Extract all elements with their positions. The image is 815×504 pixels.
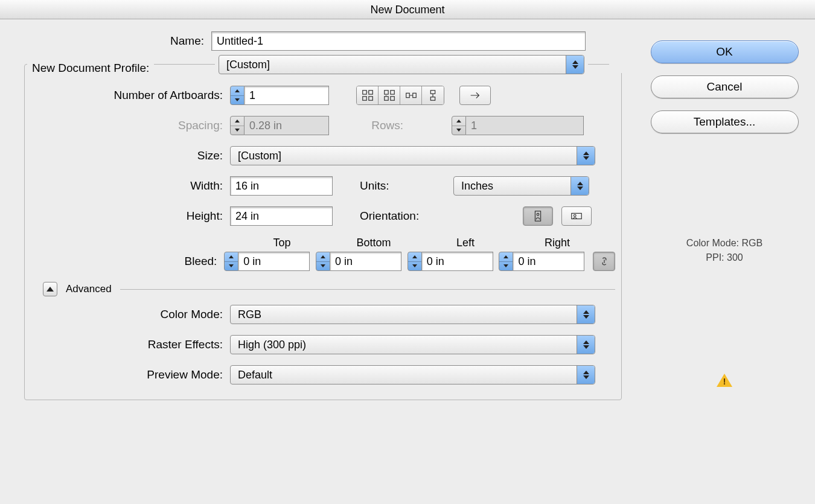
orientation-portrait-button[interactable] — [523, 206, 553, 226]
layout-direction-button[interactable] — [459, 86, 491, 105]
dropdown-arrows-icon — [577, 336, 595, 354]
profile-label: New Document Profile: — [27, 62, 154, 75]
svg-rect-6 — [384, 97, 388, 100]
units-dropdown[interactable]: Inches — [453, 176, 589, 196]
arrange-col-icon[interactable] — [422, 86, 444, 104]
name-label: Name: — [6, 34, 211, 48]
bleed-top-label: Top — [236, 237, 328, 249]
width-label: Width: — [25, 179, 230, 193]
bleed-top-stepper[interactable] — [224, 252, 310, 271]
spacing-input — [245, 116, 329, 135]
arrange-row-icon[interactable] — [400, 86, 422, 104]
height-input[interactable] — [230, 206, 333, 226]
bleed-left-stepper[interactable] — [408, 252, 493, 271]
raster-dropdown[interactable]: High (300 ppi) — [230, 335, 595, 354]
ok-button[interactable]: OK — [651, 40, 799, 63]
svg-rect-8 — [406, 93, 409, 97]
width-input[interactable] — [230, 176, 333, 196]
svg-point-15 — [574, 214, 576, 217]
bleed-left-label: Left — [420, 237, 511, 249]
preview-dropdown[interactable]: Default — [230, 365, 595, 384]
colormode-label: Color Mode: — [25, 308, 230, 321]
advanced-disclosure-button[interactable] — [43, 282, 57, 296]
svg-rect-9 — [412, 93, 416, 97]
bleed-label: Bleed: — [25, 255, 224, 268]
units-label: Units: — [333, 179, 411, 193]
artboards-input[interactable] — [245, 86, 329, 105]
size-value: [Custom] — [238, 150, 281, 162]
warning-icon: ! — [717, 374, 732, 387]
svg-rect-4 — [384, 91, 388, 94]
svg-rect-5 — [390, 91, 394, 94]
meta-ppi: PPI: 300 — [640, 250, 809, 265]
orientation-label: Orientation: — [333, 209, 453, 223]
preview-value: Default — [238, 369, 272, 381]
dropdown-arrows-icon — [570, 177, 589, 195]
raster-value: High (300 ppi) — [238, 339, 306, 351]
bleed-right-input[interactable] — [513, 252, 584, 271]
dropdown-arrows-icon — [577, 147, 595, 165]
dropdown-arrows-icon — [577, 305, 595, 324]
dialog-title: New Document — [0, 0, 815, 19]
svg-rect-11 — [430, 97, 435, 101]
svg-rect-0 — [362, 91, 366, 94]
height-label: Height: — [25, 209, 230, 223]
bleed-link-button[interactable] — [593, 252, 615, 271]
spacing-stepper — [230, 116, 329, 135]
divider — [120, 289, 615, 290]
spacing-label: Spacing: — [25, 119, 230, 132]
bleed-bottom-label: Bottom — [328, 237, 420, 249]
size-label: Size: — [25, 149, 230, 162]
link-icon — [598, 255, 611, 268]
svg-point-13 — [537, 213, 539, 215]
advanced-label: Advanced — [66, 283, 112, 295]
rows-input — [466, 116, 584, 135]
name-input[interactable] — [211, 31, 586, 51]
svg-rect-10 — [430, 91, 435, 94]
landscape-icon — [570, 209, 583, 223]
colormode-value: RGB — [238, 308, 261, 321]
grid-by-row-icon[interactable] — [357, 86, 379, 104]
grid-arrangement-segmented[interactable] — [356, 86, 444, 105]
artboards-stepper[interactable] — [230, 86, 329, 105]
raster-label: Raster Effects: — [25, 338, 230, 351]
svg-rect-3 — [368, 97, 372, 100]
colormode-dropdown[interactable]: RGB — [230, 305, 595, 324]
units-value: Inches — [461, 180, 493, 193]
svg-rect-7 — [390, 97, 394, 100]
rows-stepper — [452, 116, 584, 135]
bleed-bottom-input[interactable] — [330, 252, 401, 271]
svg-rect-12 — [535, 211, 540, 222]
svg-rect-1 — [368, 91, 372, 94]
bleed-bottom-stepper[interactable] — [316, 252, 401, 271]
portrait-icon — [531, 209, 545, 223]
dropdown-arrows-icon — [577, 366, 595, 384]
templates-button[interactable]: Templates... — [651, 110, 799, 133]
orientation-landscape-button[interactable] — [561, 206, 592, 226]
bleed-top-input[interactable] — [238, 252, 310, 271]
preview-label: Preview Mode: — [25, 368, 230, 381]
cancel-button[interactable]: Cancel — [651, 75, 799, 98]
arrow-right-icon — [468, 89, 482, 102]
bleed-right-stepper[interactable] — [499, 252, 584, 271]
artboards-label: Number of Artboards: — [25, 89, 230, 102]
svg-rect-2 — [362, 97, 366, 100]
rows-label: Rows: — [329, 119, 411, 132]
size-dropdown[interactable]: [Custom] — [230, 146, 595, 165]
meta-colormode: Color Mode: RGB — [640, 236, 809, 250]
grid-by-col-icon[interactable] — [379, 86, 400, 104]
bleed-right-label: Right — [511, 237, 603, 249]
bleed-left-input[interactable] — [422, 252, 493, 271]
